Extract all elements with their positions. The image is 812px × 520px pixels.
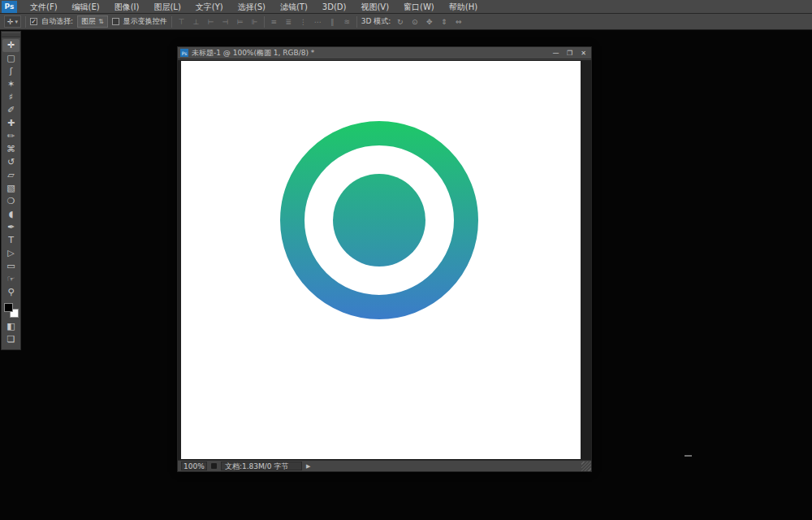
align-top-icon[interactable]: ⊤ <box>176 18 187 26</box>
pen-tool[interactable]: ✒ <box>2 221 19 234</box>
lasso-tool[interactable]: ʃ <box>2 65 19 78</box>
align-center-h-icon[interactable]: ⊨ <box>235 18 245 26</box>
menu-bar: Ps 文件(F) 编辑(E) 图像(I) 图层(L) 文字(Y) 选择(S) 滤… <box>0 0 812 14</box>
magic-wand-tool[interactable]: ✶ <box>2 78 19 91</box>
app-logo-icon[interactable]: Ps <box>2 1 17 13</box>
distribute-bottom-icon[interactable]: ⋮ <box>298 18 309 26</box>
menu-help[interactable]: 帮助(H) <box>442 0 485 14</box>
3d-pan-icon[interactable]: ✥ <box>424 18 434 26</box>
window-resize-grip[interactable] <box>581 462 591 471</box>
zoom-tool[interactable]: ⚲ <box>2 286 19 299</box>
panel-grip[interactable] <box>2 33 20 37</box>
color-swatches <box>4 303 19 318</box>
distribute-center-icon[interactable]: ∥ <box>327 18 338 26</box>
align-center-v-icon[interactable]: ⊩ <box>249 18 260 26</box>
show-transform-checkbox[interactable] <box>112 18 119 25</box>
screen-mode-button[interactable]: ❏ <box>2 333 19 346</box>
status-expand-arrow[interactable]: ▶ <box>306 463 310 470</box>
cursor-artifact <box>685 455 692 457</box>
3d-rotate-icon[interactable]: ↻ <box>395 18 405 26</box>
menu-window[interactable]: 窗口(W) <box>396 0 442 14</box>
canvas[interactable] <box>181 61 581 459</box>
separator <box>171 16 172 28</box>
3d-mode-label: 3D 模式: <box>361 16 391 27</box>
document-statusbar: 100% 文档:1.83M/0 字节 ▶ <box>178 460 591 471</box>
document-titlebar[interactable]: Ps 未标题-1 @ 100%(椭圆 1, RGB/8) * — ❐ ✕ <box>178 47 591 59</box>
align-bottom-icon[interactable]: ⊥ <box>191 18 201 26</box>
document-size-info: 文档:1.83M/0 字节 <box>221 462 302 470</box>
move-tool-icon: ✛ <box>7 18 14 26</box>
foreground-color-swatch[interactable] <box>4 303 13 312</box>
eraser-tool[interactable]: ▱ <box>2 169 19 182</box>
close-button[interactable]: ✕ <box>578 50 589 57</box>
healing-brush-tool[interactable]: ✚ <box>2 117 19 130</box>
document-title: 未标题-1 @ 100%(椭圆 1, RGB/8) * <box>192 48 547 58</box>
auto-select-checkbox[interactable]: ✓ <box>30 18 37 25</box>
menu-view[interactable]: 视图(V) <box>353 0 396 14</box>
auto-select-label: 自动选择: <box>41 16 73 27</box>
separator <box>356 16 357 28</box>
hand-tool[interactable]: ☞ <box>2 273 19 286</box>
gradient-tool[interactable]: ▧ <box>2 182 19 195</box>
menu-select[interactable]: 选择(S) <box>231 0 273 14</box>
canvas-area <box>178 60 591 460</box>
move-tool[interactable]: ✛ <box>2 39 19 52</box>
minimize-button[interactable]: — <box>551 50 561 57</box>
document-window: Ps 未标题-1 @ 100%(椭圆 1, RGB/8) * — ❐ ✕ <box>177 46 592 472</box>
quick-mask-button[interactable]: ◧ <box>2 320 19 333</box>
align-right-icon[interactable]: ⊣ <box>220 18 231 26</box>
distribute-right-icon[interactable]: ≋ <box>342 18 352 26</box>
menu-layer[interactable]: 图层(L) <box>146 0 188 14</box>
align-left-icon[interactable]: ⊢ <box>205 18 216 26</box>
zoom-level-field[interactable]: 100% <box>181 462 207 470</box>
options-bar: ✛ ▾ ✓ 自动选择: 图层 ⇅ 显示变换控件 ⊤ ⊥ ⊢ ⊣ ⊨ ⊩ ≡ ≣ … <box>0 14 812 30</box>
distribute-left-icon[interactable]: ⋯ <box>313 18 323 26</box>
menu-filter[interactable]: 滤镜(T) <box>273 0 315 14</box>
history-brush-tool[interactable]: ↺ <box>2 156 19 169</box>
brush-tool[interactable]: ✏ <box>2 130 19 143</box>
dodge-tool[interactable]: ◖ <box>2 208 19 221</box>
path-selection-tool[interactable]: ▷ <box>2 247 19 260</box>
chevron-down-icon: ▾ <box>15 19 19 25</box>
eyedropper-tool[interactable]: ✐ <box>2 104 19 117</box>
3d-scale-icon[interactable]: ⇔ <box>453 18 464 26</box>
updown-arrows-icon: ⇅ <box>98 18 104 25</box>
separator <box>264 16 265 28</box>
distribute-top-icon[interactable]: ≡ <box>269 18 279 26</box>
show-transform-label: 显示变换控件 <box>123 16 167 27</box>
circle-logo-artwork <box>181 61 581 459</box>
menu-edit[interactable]: 编辑(E) <box>65 0 107 14</box>
tools-panel: ✛ ▢ ʃ ✶ ♯ ✐ ✚ ✏ ⌘ ↺ ▱ ▧ ❍ ◖ ✒ T ▷ ▭ ☞ ⚲ … <box>1 31 21 350</box>
clone-stamp-tool[interactable]: ⌘ <box>2 143 19 156</box>
maximize-button[interactable]: ❐ <box>564 50 575 57</box>
tool-preset-picker[interactable]: ✛ ▾ <box>4 15 21 28</box>
menu-file[interactable]: 文件(F) <box>23 0 65 14</box>
3d-roll-icon[interactable]: ⊙ <box>409 18 420 26</box>
logo-inner-circle <box>333 174 425 266</box>
separator <box>25 16 26 28</box>
rectangular-marquee-tool[interactable]: ▢ <box>2 52 19 65</box>
blur-tool[interactable]: ❍ <box>2 195 19 208</box>
document-icon: Ps <box>180 49 188 57</box>
menu-type[interactable]: 文字(Y) <box>188 0 231 14</box>
status-dot-icon <box>211 463 217 469</box>
distribute-middle-icon[interactable]: ≣ <box>283 18 294 26</box>
menu-image[interactable]: 图像(I) <box>107 0 147 14</box>
type-tool[interactable]: T <box>2 234 19 247</box>
auto-select-target-dropdown[interactable]: 图层 ⇅ <box>77 15 108 28</box>
menu-3d[interactable]: 3D(D) <box>315 0 354 14</box>
crop-tool[interactable]: ♯ <box>2 91 19 104</box>
auto-select-target-value: 图层 <box>81 16 96 27</box>
photoshop-app: Ps 文件(F) 编辑(E) 图像(I) 图层(L) 文字(Y) 选择(S) 滤… <box>0 0 812 520</box>
shape-tool[interactable]: ▭ <box>2 260 19 273</box>
3d-slide-icon[interactable]: ⇕ <box>438 18 449 26</box>
